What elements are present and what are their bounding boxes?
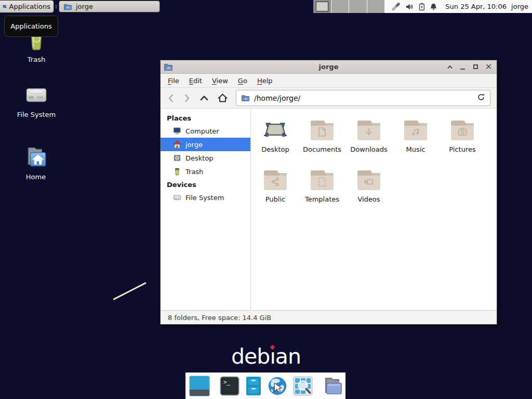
pictures-folder-icon [450, 118, 475, 143]
templates-folder-icon [310, 168, 335, 193]
top-panel: Applications jorge [0, 0, 532, 13]
system-tray: Sun 25 Apr, 10:06 jorge [384, 0, 532, 13]
maximize-button[interactable] [471, 62, 481, 72]
app-finder-launcher[interactable] [292, 376, 313, 396]
debian-wallpaper-logo: debıan [0, 344, 532, 369]
documents-folder-icon [310, 118, 335, 143]
folder-launcher[interactable] [323, 376, 343, 396]
notifications-bell-icon[interactable] [430, 3, 437, 11]
file-cabinet-launcher[interactable] [245, 376, 262, 396]
menu-help[interactable]: Help [257, 77, 273, 85]
panel-user-menu[interactable]: jorge [511, 3, 528, 10]
drive-icon [173, 193, 181, 202]
sidebar: Places Computer jorge [161, 109, 251, 310]
desktop-icon-home[interactable]: Home [9, 144, 63, 181]
menu-view[interactable]: View [212, 77, 228, 85]
sidebar-item-jorge[interactable]: jorge [161, 138, 250, 151]
show-desktop-button[interactable] [189, 376, 210, 396]
back-button[interactable] [167, 94, 175, 103]
home-folder-icon [23, 144, 49, 169]
computer-icon [173, 127, 181, 135]
workspace-switcher [313, 0, 384, 13]
toolbar: /home/jorge/ [161, 88, 497, 108]
path-text[interactable]: /home/jorge/ [254, 94, 300, 102]
home-icon [173, 140, 181, 149]
desktop-special-icon [263, 118, 288, 143]
desktop: Applications jorge [0, 0, 532, 399]
xfce-applications-icon [3, 3, 7, 10]
folder-item-pictures[interactable]: Pictures [439, 118, 486, 166]
taskbar-window-label: jorge [76, 3, 93, 10]
folder-item-downloads[interactable]: Downloads [345, 118, 392, 166]
applications-menu-button[interactable]: Applications [0, 0, 54, 13]
folder-view[interactable]: Desktop Documents [251, 109, 497, 310]
path-folder-icon [241, 94, 250, 102]
sidebar-item-desktop[interactable]: Desktop [161, 151, 250, 165]
desktop-icon-label: Home [26, 173, 46, 181]
desktop-icon-label: File System [17, 111, 56, 118]
sidebar-item-filesystem[interactable]: File System [161, 191, 250, 204]
folder-window-icon [63, 3, 72, 10]
close-button[interactable]: ✕ [484, 62, 494, 72]
web-browser-launcher[interactable] [267, 376, 288, 396]
desktop-place-icon [173, 154, 181, 162]
sidebar-item-computer[interactable]: Computer [161, 124, 250, 138]
panel-clock[interactable]: Sun 25 Apr, 10:06 [445, 3, 507, 10]
statusbar: 8 folders, Free space: 14.4 GiB [161, 310, 497, 324]
menu-go[interactable]: Go [238, 77, 247, 85]
music-folder-icon [403, 118, 428, 143]
battery-icon[interactable] [418, 3, 425, 11]
trash-small-icon [173, 167, 181, 176]
home-button[interactable] [217, 93, 228, 103]
up-button[interactable] [199, 94, 209, 102]
workspace-1[interactable] [313, 0, 331, 13]
app-finder-icon [292, 376, 313, 396]
applications-menu-label: Applications [9, 3, 50, 10]
volume-icon[interactable] [405, 3, 414, 11]
panel-handle[interactable] [55, 2, 58, 11]
file-cabinet-icon [245, 376, 262, 396]
shade-button[interactable] [445, 62, 455, 72]
forward-button[interactable] [183, 94, 191, 103]
menubar: File Edit View Go Help [161, 74, 497, 88]
folder-item-desktop[interactable]: Desktop [252, 118, 299, 166]
folder-item-videos[interactable]: Videos [345, 168, 392, 216]
location-bar[interactable]: /home/jorge/ [236, 90, 490, 106]
dock: >_ [185, 373, 345, 399]
tray-tool-icon[interactable] [392, 2, 401, 11]
reload-button[interactable] [477, 93, 485, 103]
workspace-3[interactable] [349, 0, 367, 13]
workspace-2[interactable] [331, 0, 349, 13]
desktop-icon-label: Trash [28, 56, 45, 63]
folder-item-documents[interactable]: Documents [299, 118, 345, 166]
desktop-icon-filesystem[interactable]: File System [9, 82, 63, 118]
folder-item-public[interactable]: Public [252, 168, 299, 216]
menu-edit[interactable]: Edit [189, 77, 202, 85]
file-manager-window: jorge ✕ File Edit View Go Help [160, 60, 497, 325]
sidebar-header-devices: Devices [161, 178, 250, 191]
menu-file[interactable]: File [168, 77, 179, 85]
svg-text:>_: >_ [223, 379, 231, 385]
sidebar-item-trash[interactable]: Trash [161, 165, 250, 178]
public-folder-icon [263, 168, 288, 193]
terminal-launcher[interactable]: >_ [219, 376, 240, 396]
window-folder-icon [164, 63, 173, 71]
status-text: 8 folders, Free space: 14.4 GiB [168, 314, 271, 322]
downloads-folder-icon [356, 118, 381, 143]
taskbar-window-button[interactable]: jorge [59, 1, 160, 12]
workspace-4[interactable] [367, 0, 385, 13]
sidebar-header-places: Places [161, 112, 250, 124]
titlebar[interactable]: jorge ✕ [161, 60, 497, 74]
dock-folder-icon [323, 376, 343, 396]
desktop-stroke-artifact [113, 282, 147, 300]
applications-tooltip: Applications [4, 16, 58, 37]
folder-item-music[interactable]: Music [392, 118, 439, 166]
hard-drive-icon [23, 82, 49, 107]
terminal-icon: >_ [219, 376, 240, 396]
videos-folder-icon [356, 168, 381, 193]
folder-item-templates[interactable]: Templates [299, 168, 345, 216]
globe-browser-icon [267, 375, 288, 397]
minimize-button[interactable] [458, 62, 468, 72]
